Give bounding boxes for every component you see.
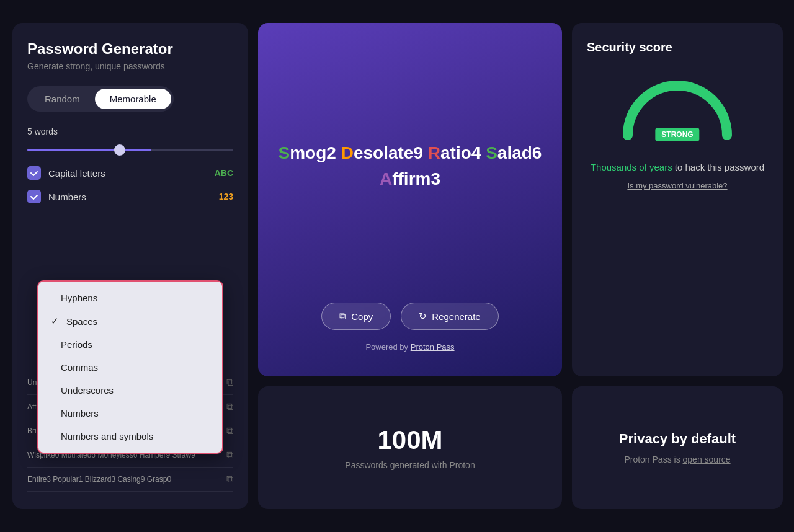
action-buttons: ⧉ Copy ↻ Regenerate xyxy=(321,303,498,330)
open-source-link[interactable]: open source xyxy=(683,454,731,464)
stats-panel: 100M Passwords generated with Proton xyxy=(258,386,562,509)
dropdown-underscores[interactable]: Underscores xyxy=(38,379,222,402)
capital-letters-badge: ABC xyxy=(215,168,233,178)
big-number-description: Passwords generated with Proton xyxy=(345,460,475,470)
left-panel: Password Generator Generate strong, uniq… xyxy=(12,23,248,509)
dropdown-numbers-symbols[interactable]: Numbers and symbols xyxy=(38,425,222,448)
regenerate-label: Regenerate xyxy=(432,311,480,322)
capital-letters-label: Capital letters xyxy=(48,168,105,179)
panel-title: Password Generator xyxy=(27,40,233,58)
copy-icon-4[interactable]: ⧉ xyxy=(226,450,233,461)
refresh-icon: ↻ xyxy=(419,311,427,322)
privacy-description: Proton Pass is open source xyxy=(624,454,730,464)
center-panel: Smog2 Desolate9 Ratio4 Salad6 Affirm3 ⧉ … xyxy=(258,23,562,376)
pw-part-9: A xyxy=(380,169,392,188)
hack-time-suffix: to hack this password xyxy=(675,162,764,172)
numbers-label: Numbers xyxy=(48,192,86,202)
copy-icon-5[interactable]: ⧉ xyxy=(226,474,233,485)
pw-part-7: S xyxy=(486,143,497,162)
dropdown-commas[interactable]: Commas xyxy=(38,356,222,379)
capital-letters-row: Capital letters ABC xyxy=(27,166,233,180)
dropdown-spaces[interactable]: Spaces xyxy=(38,309,222,333)
hack-time-highlight: Thousands of years xyxy=(591,162,672,172)
privacy-title: Privacy by default xyxy=(619,431,736,447)
hack-time-text: Thousands of years to hack this password xyxy=(591,160,764,175)
separator-dropdown[interactable]: Hyphens Spaces Periods Commas Underscore… xyxy=(37,280,223,454)
capital-letters-checkbox[interactable] xyxy=(27,166,41,180)
toggle-group: Random Memorable xyxy=(27,86,174,112)
pw-part-3: D xyxy=(341,143,354,162)
numbers-checkbox[interactable] xyxy=(27,190,41,203)
big-number: 100M xyxy=(377,425,442,455)
pw-part-4: esolate9 xyxy=(354,143,428,162)
pw-part-6: atio4 xyxy=(440,143,486,162)
regenerate-button[interactable]: ↻ Regenerate xyxy=(401,303,498,330)
check-icon xyxy=(30,169,38,177)
powered-by: Powered by Proton Pass xyxy=(365,342,454,352)
proton-pass-link[interactable]: Proton Pass xyxy=(411,342,455,352)
numbers-row: Numbers 123 xyxy=(27,190,233,203)
words-label: 5 words xyxy=(27,126,233,136)
copy-icon-2[interactable]: ⧉ xyxy=(226,401,233,412)
pw-part-5: R xyxy=(428,143,440,162)
copy-icon: ⧉ xyxy=(339,311,346,322)
copy-icon-1[interactable]: ⧉ xyxy=(226,377,233,388)
panel-subtitle: Generate strong, unique passwords xyxy=(27,61,233,71)
pw-part-8: alad6 xyxy=(497,143,542,162)
copy-icon-3[interactable]: ⧉ xyxy=(226,425,233,437)
random-toggle[interactable]: Random xyxy=(30,89,95,109)
dropdown-numbers[interactable]: Numbers xyxy=(38,402,222,425)
vulnerable-link[interactable]: Is my password vulnerable? xyxy=(627,181,727,190)
security-title: Security score xyxy=(587,40,672,55)
gauge-container: STRONG xyxy=(615,73,739,141)
dropdown-hyphens[interactable]: Hyphens xyxy=(38,286,222,309)
pw-part-1: S xyxy=(279,143,290,162)
copy-label: Copy xyxy=(351,311,373,322)
slider-container xyxy=(27,143,233,154)
words-slider[interactable] xyxy=(27,149,233,151)
gauge-strength-label: STRONG xyxy=(655,128,699,141)
copy-button[interactable]: ⧉ Copy xyxy=(321,303,391,330)
check-icon-2 xyxy=(30,192,38,201)
memorable-toggle[interactable]: Memorable xyxy=(95,89,171,109)
dropdown-periods[interactable]: Periods xyxy=(38,333,222,356)
pw-part-2: mog2 xyxy=(290,143,341,162)
privacy-panel: Privacy by default Proton Pass is open s… xyxy=(572,386,783,509)
pw-part-10: ffirm3 xyxy=(392,169,440,188)
security-panel: Security score STRONG Thousands of years… xyxy=(572,23,783,376)
numbers-badge: 123 xyxy=(219,192,233,202)
generated-password: Smog2 Desolate9 Ratio4 Salad6 Affirm3 xyxy=(277,128,543,205)
list-item: Entire3 Popular1 Blizzard3 Casing9 Grasp… xyxy=(27,468,233,492)
